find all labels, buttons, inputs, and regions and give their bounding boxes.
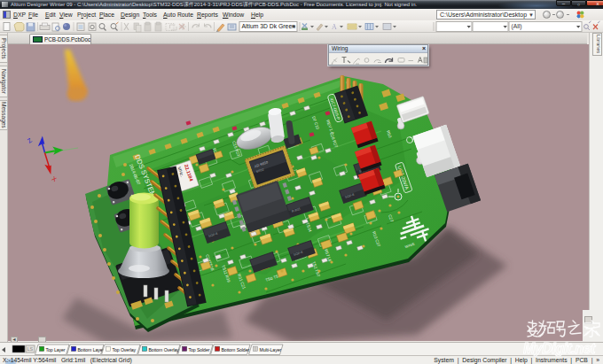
svg-text:Bottom Overlay: Bottom Overlay (149, 347, 180, 352)
svg-text:Top Solder: Top Solder (189, 347, 210, 352)
svg-text:Bottom Layer: Bottom Layer (78, 347, 105, 352)
svg-text:Bottom Solder: Bottom Solder (222, 347, 250, 352)
svg-text:MyDigit.net: MyDigit.net (523, 341, 596, 356)
svg-text:A: A (332, 23, 337, 31)
svg-text:(All): (All) (512, 23, 522, 30)
svg-text:Top Layer: Top Layer (46, 347, 66, 352)
svg-text:Z: Z (27, 136, 34, 144)
svg-text:X: X (51, 175, 59, 183)
svg-text:Altium 3D Dk Green: Altium 3D Dk Green (242, 23, 296, 29)
svg-text:LS: LS (27, 346, 34, 352)
svg-text:Multi-Layer: Multi-Layer (260, 347, 282, 352)
svg-text:Top Overlay: Top Overlay (113, 347, 137, 352)
